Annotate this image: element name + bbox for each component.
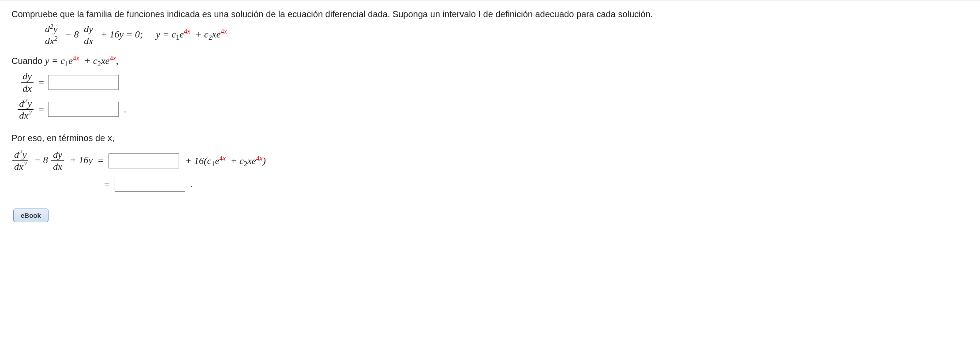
cuando-label: Cuando (11, 56, 45, 66)
substitution-input-2[interactable] (115, 177, 185, 192)
dy-dx-row: dy dx = (11, 71, 969, 93)
dy-dx-input[interactable] (48, 75, 119, 90)
substitution-row-2: = . (11, 177, 969, 192)
d2y-dx2-row: d2y dx2 = . (11, 98, 969, 121)
substitution-tail: + 16(c1e4x + c2xe4x) (183, 155, 266, 167)
ebook-button[interactable]: eBook (13, 209, 49, 222)
problem-statement: Compruebe que la familia de funciones in… (11, 9, 969, 19)
period: . (124, 104, 127, 115)
d2y-dx2-input[interactable] (48, 102, 119, 117)
substitution-row-1: d2y dx2 − 8 dy dx + 16y = + 16(c1e4x + c… (11, 149, 969, 172)
period-2: . (191, 179, 193, 189)
when-line: Cuando y = c1e4x + c2xe4x, (11, 55, 969, 67)
equation-block: d2y dx2 − 8 dy dx + 16y = 0; y = c1e4x +… (42, 24, 969, 46)
problem-text: Compruebe que la familia de funciones in… (11, 9, 653, 19)
substitution-input-1[interactable] (108, 153, 179, 168)
por-eso-label: Por eso, en términos de x, (11, 133, 969, 143)
